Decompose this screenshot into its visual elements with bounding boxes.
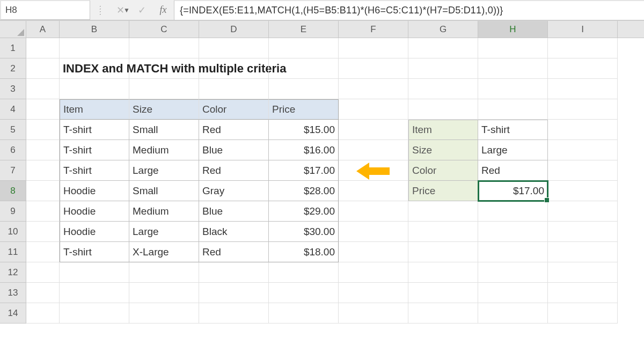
cell-E14[interactable] xyxy=(269,303,339,324)
table-cell[interactable]: Small xyxy=(129,181,199,201)
lookup-label-price[interactable]: Price xyxy=(408,181,478,201)
table-cell[interactable]: Hoodie xyxy=(60,181,129,201)
cell-C13[interactable] xyxy=(129,283,199,303)
cell-F13[interactable] xyxy=(339,283,408,303)
name-box-container[interactable]: ▼ xyxy=(0,0,90,20)
cell-C14[interactable] xyxy=(129,303,199,324)
cell-A9[interactable] xyxy=(26,201,60,222)
table-cell[interactable]: Large xyxy=(129,222,199,242)
col-header-G[interactable]: G xyxy=(408,21,478,38)
col-header-E[interactable]: E xyxy=(269,21,339,38)
cell-F10[interactable] xyxy=(339,222,408,242)
cell-G9[interactable] xyxy=(408,201,478,222)
cell-I8[interactable] xyxy=(548,181,618,201)
table-header-item[interactable]: Item xyxy=(60,99,129,120)
cell-F1[interactable] xyxy=(339,38,408,58)
cell-E2[interactable] xyxy=(269,58,339,79)
row-header-14[interactable]: 14 xyxy=(0,303,26,324)
cell-I11[interactable] xyxy=(548,242,618,262)
table-cell[interactable]: $16.00 xyxy=(269,140,339,160)
table-cell[interactable]: Small xyxy=(129,120,199,140)
cell-D12[interactable] xyxy=(199,262,269,283)
cell-I7[interactable] xyxy=(548,160,618,181)
table-cell[interactable]: Blue xyxy=(199,201,269,222)
cell-D2[interactable] xyxy=(199,58,269,79)
table-cell[interactable]: X-Large xyxy=(129,242,199,262)
cell-D14[interactable] xyxy=(199,303,269,324)
cell-B1[interactable] xyxy=(60,38,129,58)
cell-A8[interactable] xyxy=(26,181,60,201)
table-header-color[interactable]: Color xyxy=(199,99,269,120)
cell-H1[interactable] xyxy=(478,38,548,58)
col-header-C[interactable]: C xyxy=(129,21,199,38)
cell-H11[interactable] xyxy=(478,242,548,262)
cell-I14[interactable] xyxy=(548,303,618,324)
cell-F4[interactable] xyxy=(339,99,408,120)
cell-F12[interactable] xyxy=(339,262,408,283)
row-header-13[interactable]: 13 xyxy=(0,283,26,303)
cell-G13[interactable] xyxy=(408,283,478,303)
table-header-price[interactable]: Price xyxy=(269,99,339,120)
table-cell[interactable]: $18.00 xyxy=(269,242,339,262)
col-header-F[interactable]: F xyxy=(339,21,408,38)
table-cell[interactable]: Hoodie xyxy=(60,222,129,242)
row-header-7[interactable]: 7 xyxy=(0,160,26,181)
cell-H12[interactable] xyxy=(478,262,548,283)
cell-B12[interactable] xyxy=(60,262,129,283)
table-cell[interactable]: $17.00 xyxy=(269,160,339,181)
cell-H14[interactable] xyxy=(478,303,548,324)
cell-H13[interactable] xyxy=(478,283,548,303)
table-cell[interactable]: Large xyxy=(129,160,199,181)
cell-G11[interactable] xyxy=(408,242,478,262)
cell-I9[interactable] xyxy=(548,201,618,222)
cell-C3[interactable] xyxy=(129,79,199,99)
cell-D3[interactable] xyxy=(199,79,269,99)
cell-A2[interactable] xyxy=(26,58,60,79)
table-cell[interactable]: Blue xyxy=(199,140,269,160)
cell-F3[interactable] xyxy=(339,79,408,99)
table-header-size[interactable]: Size xyxy=(129,99,199,120)
table-cell[interactable]: $28.00 xyxy=(269,181,339,201)
cell-I4[interactable] xyxy=(548,99,618,120)
cell-I5[interactable] xyxy=(548,120,618,140)
cell-A13[interactable] xyxy=(26,283,60,303)
cell-C2[interactable] xyxy=(129,58,199,79)
table-cell[interactable]: T-shirt xyxy=(60,160,129,181)
cell-F11[interactable] xyxy=(339,242,408,262)
cell-B3[interactable] xyxy=(60,79,129,99)
cell-G12[interactable] xyxy=(408,262,478,283)
row-header-10[interactable]: 10 xyxy=(0,222,26,242)
cell-G3[interactable] xyxy=(408,79,478,99)
cell-G14[interactable] xyxy=(408,303,478,324)
lookup-value-size[interactable]: Large xyxy=(478,140,548,160)
table-cell[interactable]: Black xyxy=(199,222,269,242)
select-all-corner[interactable] xyxy=(0,21,26,38)
cell-A12[interactable] xyxy=(26,262,60,283)
formula-bar-grip[interactable] xyxy=(90,0,109,20)
cell-H4[interactable] xyxy=(478,99,548,120)
cell-A3[interactable] xyxy=(26,79,60,99)
formula-input[interactable]: {=INDEX(E5:E11,MATCH(1,(H5=B5:B11)*(H6=C… xyxy=(174,0,644,20)
cell-F8[interactable] xyxy=(339,181,408,201)
cell-H9[interactable] xyxy=(478,201,548,222)
row-header-11[interactable]: 11 xyxy=(0,242,26,262)
cell-C1[interactable] xyxy=(129,38,199,58)
cell-G10[interactable] xyxy=(408,222,478,242)
cell-E1[interactable] xyxy=(269,38,339,58)
row-header-4[interactable]: 4 xyxy=(0,99,26,120)
lookup-label-item[interactable]: Item xyxy=(408,120,478,140)
table-cell[interactable]: $29.00 xyxy=(269,201,339,222)
table-cell[interactable]: Hoodie xyxy=(60,201,129,222)
col-header-B[interactable]: B xyxy=(60,21,129,38)
row-header-1[interactable]: 1 xyxy=(0,38,26,58)
cell-E13[interactable] xyxy=(269,283,339,303)
cell-I1[interactable] xyxy=(548,38,618,58)
table-cell[interactable]: $30.00 xyxy=(269,222,339,242)
lookup-value-item[interactable]: T-shirt xyxy=(478,120,548,140)
cell-F2[interactable] xyxy=(339,58,408,79)
table-cell[interactable]: Medium xyxy=(129,201,199,222)
cell-I3[interactable] xyxy=(548,79,618,99)
table-cell[interactable]: T-shirt xyxy=(60,140,129,160)
col-header-I[interactable]: I xyxy=(548,21,618,38)
cell-I10[interactable] xyxy=(548,222,618,242)
